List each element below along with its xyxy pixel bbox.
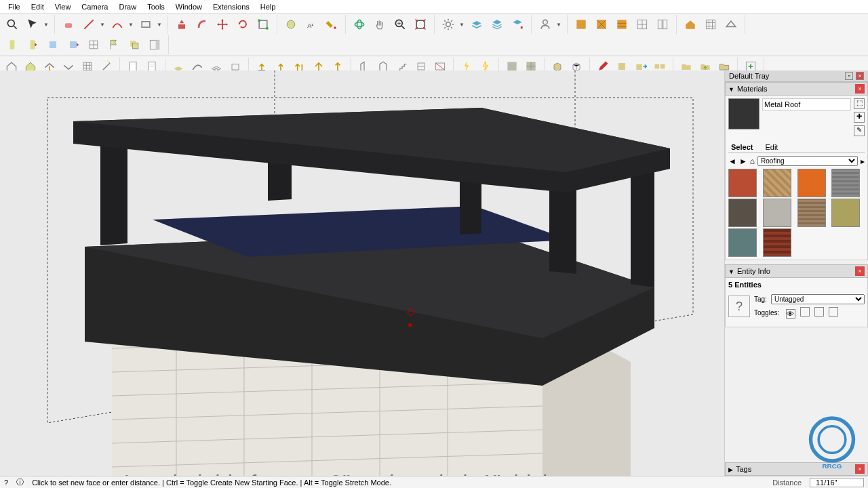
swatch-roof-gray-shingle[interactable]: [831, 169, 860, 197]
door-icon-1[interactable]: [3, 35, 22, 54]
nav-menu-icon[interactable]: ▸: [861, 157, 865, 166]
rotate-tool-icon[interactable]: [233, 15, 252, 34]
roof-icon[interactable]: [722, 15, 741, 34]
create-material-icon[interactable]: ✚: [854, 112, 865, 123]
followme-tool-icon[interactable]: [193, 15, 212, 34]
menu-file[interactable]: File: [3, 1, 26, 12]
gear-dropdown-icon[interactable]: ▼: [459, 22, 466, 28]
menu-edit[interactable]: Edit: [26, 1, 50, 12]
layers-icon-3[interactable]: [508, 15, 527, 34]
grid-small-icon[interactable]: [84, 35, 103, 54]
layers-icon-1[interactable]: [467, 15, 486, 34]
svg-rect-44: [618, 63, 625, 70]
rectangle-tool-icon[interactable]: [136, 15, 155, 34]
materials-select-tab[interactable]: Select: [728, 142, 755, 152]
panels-icon[interactable]: [653, 15, 672, 34]
nav-fwd-icon[interactable]: ►: [739, 157, 747, 166]
tape-tool-icon[interactable]: [281, 15, 300, 34]
arc-tool-icon[interactable]: [108, 15, 127, 34]
person-dropdown-icon[interactable]: ▼: [556, 22, 563, 28]
swatch-roof-dark-slate[interactable]: [728, 199, 757, 227]
swatch-roof-olive[interactable]: [831, 199, 860, 227]
search-tool-icon[interactable]: [3, 15, 22, 34]
line-tool-icon[interactable]: [79, 15, 98, 34]
menu-draw[interactable]: Draw: [113, 1, 142, 12]
swatch-roof-red[interactable]: [728, 169, 757, 197]
menu-window[interactable]: Window: [170, 1, 208, 12]
text-tool-icon[interactable]: A¹: [302, 15, 321, 34]
swatch-roof-brick-red[interactable]: [763, 228, 791, 257]
orbit-tool-icon[interactable]: [350, 15, 369, 34]
menu-help[interactable]: Help: [255, 1, 281, 12]
layers-icon-2[interactable]: [488, 15, 507, 34]
nav-home-icon[interactable]: ⌂: [750, 157, 755, 166]
scale-tool-icon[interactable]: [254, 15, 273, 34]
paint-tool-icon[interactable]: [322, 15, 341, 34]
info-icon[interactable]: ⓘ: [16, 477, 24, 487]
entity-help-icon[interactable]: ?: [728, 296, 750, 317]
swatch-roof-brown-shake[interactable]: [797, 199, 826, 227]
select-dropdown-icon[interactable]: ▼: [43, 22, 50, 28]
tags-close-icon[interactable]: ×: [855, 464, 865, 474]
materials-edit-tab[interactable]: Edit: [762, 142, 781, 152]
entity-info-header[interactable]: ▼Entity Info ×: [725, 264, 868, 278]
window-icon-2[interactable]: [64, 35, 83, 54]
eraser-tool-icon[interactable]: [59, 15, 78, 34]
entity-info-close-icon[interactable]: ×: [855, 266, 865, 276]
texture-icon-3[interactable]: [612, 15, 631, 34]
swatch-roof-teal-metal[interactable]: [728, 228, 757, 257]
material-preview[interactable]: [728, 98, 760, 129]
window-icon-1[interactable]: [43, 35, 62, 54]
door-icon-2[interactable]: [23, 35, 42, 54]
menu-camera[interactable]: Camera: [76, 1, 113, 12]
material-category-select[interactable]: Roofing: [757, 156, 858, 166]
nav-back-icon[interactable]: ◄: [728, 157, 736, 166]
gear-icon[interactable]: [439, 15, 458, 34]
pan-tool-icon[interactable]: [370, 15, 389, 34]
toggle-shadow-icon[interactable]: [814, 307, 824, 317]
grid-icon-2[interactable]: [701, 15, 720, 34]
material-swatches: [728, 169, 865, 257]
materials-close-icon[interactable]: ×: [855, 84, 865, 94]
move-tool-icon[interactable]: [213, 15, 232, 34]
viewport[interactable]: ◇⬥ I copied this face up 2" and made it …: [0, 70, 724, 476]
line-dropdown-icon[interactable]: ▼: [100, 22, 106, 28]
tag-select[interactable]: Untagged: [771, 294, 865, 304]
toggle-visible-icon[interactable]: 👁: [786, 309, 795, 319]
toggle-cast-icon[interactable]: [829, 307, 838, 317]
texture-icon-1[interactable]: [572, 15, 591, 34]
person-icon[interactable]: [536, 15, 555, 34]
zoom-tool-icon[interactable]: [391, 15, 410, 34]
panel-toggle-icon[interactable]: [145, 35, 164, 54]
copy-icon[interactable]: [125, 35, 144, 54]
swatch-roof-orange-diamond[interactable]: [797, 169, 826, 197]
pushpull-tool-icon[interactable]: [172, 15, 191, 34]
flag-icon[interactable]: [104, 35, 123, 54]
grid-icon-1[interactable]: [633, 15, 652, 34]
texture-icon-2[interactable]: [592, 15, 611, 34]
svg-point-12: [355, 22, 363, 27]
select-tool-icon[interactable]: [23, 15, 42, 34]
material-name-input[interactable]: [762, 98, 851, 110]
menu-extensions[interactable]: Extensions: [208, 1, 255, 12]
menu-view[interactable]: View: [50, 1, 77, 12]
help-icon[interactable]: ?: [4, 479, 8, 487]
eyedropper-icon[interactable]: ✎: [854, 125, 865, 136]
swatch-roof-tan-shingle[interactable]: [763, 169, 791, 197]
svg-rect-8: [266, 27, 268, 29]
svg-rect-26: [31, 40, 35, 49]
materials-panel-header[interactable]: ▼Materials ×: [725, 82, 868, 96]
tray-close-icon[interactable]: ×: [856, 72, 864, 80]
toggle-lock-icon[interactable]: [800, 307, 810, 317]
svg-rect-31: [133, 43, 138, 49]
arc-dropdown-icon[interactable]: ▼: [128, 22, 135, 28]
sample-tool-icon[interactable]: ⬚: [854, 98, 865, 109]
shape-dropdown-icon[interactable]: ▼: [157, 22, 163, 28]
house-icon[interactable]: [681, 15, 700, 34]
dimension-input[interactable]: 11/16": [810, 478, 864, 487]
tray-pin-icon[interactable]: ▫: [845, 72, 853, 80]
swatch-roof-light-gray[interactable]: [763, 199, 791, 227]
zoom-extents-icon[interactable]: [411, 15, 430, 34]
tags-panel-header[interactable]: ▶Tags ×: [725, 462, 868, 476]
menu-tools[interactable]: Tools: [142, 1, 170, 12]
